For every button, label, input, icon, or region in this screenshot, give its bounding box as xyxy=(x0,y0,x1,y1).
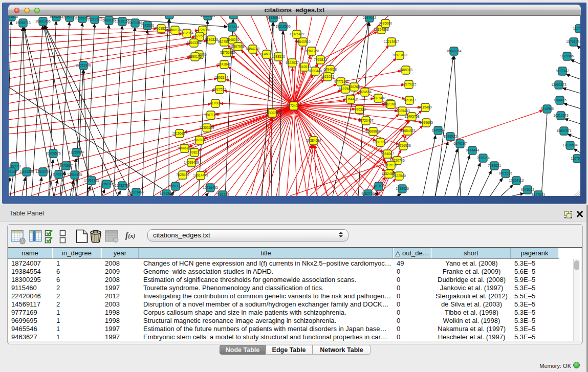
svg-text:1588520: 1588520 xyxy=(272,55,285,58)
svg-text:8912954: 8912954 xyxy=(180,31,193,35)
svg-text:7955812: 7955812 xyxy=(314,58,327,61)
svg-text:10654112: 10654112 xyxy=(509,179,524,182)
svg-text:1721616: 1721616 xyxy=(9,16,18,18)
svg-text:1145194: 1145194 xyxy=(52,172,66,176)
svg-text:9115460: 9115460 xyxy=(419,105,432,109)
svg-text:6322037: 6322037 xyxy=(286,61,299,64)
svg-text:1615132: 1615132 xyxy=(384,163,398,167)
svg-text:9463627: 9463627 xyxy=(403,98,416,102)
svg-text:9777169: 9777169 xyxy=(334,80,347,83)
svg-text:9474444: 9474444 xyxy=(466,148,479,152)
svg-text:1621022: 1621022 xyxy=(321,75,334,78)
svg-text:15751074: 15751074 xyxy=(566,40,580,43)
svg-text:6879197: 6879197 xyxy=(453,142,467,145)
svg-text:12213967: 12213967 xyxy=(384,40,399,43)
svg-text:5875685: 5875685 xyxy=(220,51,233,54)
svg-text:12905135: 12905135 xyxy=(67,173,82,177)
svg-text:746266: 746266 xyxy=(349,85,360,89)
svg-text:17359924: 17359924 xyxy=(69,150,84,154)
svg-text:1362615: 1362615 xyxy=(298,65,311,69)
svg-text:17957225: 17957225 xyxy=(84,179,99,182)
svg-text:19055713: 19055713 xyxy=(15,21,31,25)
svg-text:6466160: 6466160 xyxy=(102,18,116,22)
svg-text:8471626: 8471626 xyxy=(499,171,512,175)
svg-text:1117743: 1117743 xyxy=(573,27,580,30)
svg-text:8938923: 8938923 xyxy=(444,135,457,138)
svg-text:12942757: 12942757 xyxy=(35,170,51,173)
svg-text:1498222: 1498222 xyxy=(188,150,201,154)
svg-text:10756928: 10756928 xyxy=(396,144,411,147)
svg-text:6794028: 6794028 xyxy=(323,68,337,71)
svg-text:16210643: 16210643 xyxy=(553,114,569,117)
svg-text:8427552: 8427552 xyxy=(213,87,226,91)
svg-text:8454749: 8454749 xyxy=(246,47,259,51)
svg-text:16648764: 16648764 xyxy=(446,49,462,53)
svg-text:15692971: 15692971 xyxy=(556,129,572,133)
svg-text:10033809: 10033809 xyxy=(200,16,215,17)
svg-text:14099489: 14099489 xyxy=(184,161,199,164)
svg-text:8359061: 8359061 xyxy=(9,164,21,168)
svg-text:8127503: 8127503 xyxy=(532,193,545,196)
svg-text:939149: 939149 xyxy=(9,170,17,173)
svg-text:887834: 887834 xyxy=(194,138,205,142)
svg-text:16961758: 16961758 xyxy=(304,49,319,53)
svg-text:7632621: 7632621 xyxy=(488,164,501,167)
svg-text:17016504: 17016504 xyxy=(562,143,578,147)
svg-text:15654923: 15654923 xyxy=(400,129,416,133)
svg-text:9227342: 9227342 xyxy=(556,69,569,73)
svg-text:7357224: 7357224 xyxy=(226,25,239,29)
svg-text:9245652: 9245652 xyxy=(521,188,534,191)
svg-text:13353594: 13353594 xyxy=(199,126,214,129)
svg-text:18807249: 18807249 xyxy=(373,140,388,144)
svg-text:18640910: 18640910 xyxy=(295,40,311,43)
svg-text:3267110: 3267110 xyxy=(204,113,217,117)
svg-text:10973493: 10973493 xyxy=(392,53,407,57)
svg-text:19166827: 19166827 xyxy=(172,132,187,135)
svg-text:7751288: 7751288 xyxy=(216,193,229,196)
svg-text:10154808: 10154808 xyxy=(374,28,389,31)
svg-text:10688609: 10688609 xyxy=(365,129,381,133)
svg-text:2522540: 2522540 xyxy=(393,174,406,178)
svg-text:9657771: 9657771 xyxy=(169,184,182,188)
svg-text:7485063: 7485063 xyxy=(399,68,412,72)
svg-text:9699695: 9699695 xyxy=(420,121,433,124)
svg-text:9129966: 9129966 xyxy=(560,54,574,58)
svg-text:16543362: 16543362 xyxy=(186,41,202,45)
svg-text:7986322: 7986322 xyxy=(353,107,366,111)
svg-text:15495758: 15495758 xyxy=(404,115,420,118)
svg-text:12093873: 12093873 xyxy=(551,83,567,86)
svg-text:7485000: 7485000 xyxy=(379,21,392,25)
svg-text:3624554: 3624554 xyxy=(358,90,372,94)
svg-text:8215955: 8215955 xyxy=(540,107,554,111)
svg-text:2935114: 2935114 xyxy=(476,156,490,160)
svg-text:19218506: 19218506 xyxy=(275,25,291,28)
svg-text:19384554: 19384554 xyxy=(306,139,321,142)
svg-text:10807487: 10807487 xyxy=(371,96,386,100)
svg-text:7515526: 7515526 xyxy=(141,24,154,27)
svg-text:9327503: 9327503 xyxy=(193,34,206,38)
svg-text:1733426: 1733426 xyxy=(396,187,409,190)
svg-text:62160: 62160 xyxy=(386,102,396,106)
svg-text:9482716: 9482716 xyxy=(361,192,375,195)
svg-text:9060871: 9060871 xyxy=(163,16,176,16)
svg-text:2687642: 2687642 xyxy=(363,16,376,19)
svg-text:21364436: 21364436 xyxy=(343,97,358,101)
svg-text:18300295: 18300295 xyxy=(265,111,280,115)
svg-text:11325419: 11325419 xyxy=(290,32,304,36)
svg-text:11156829: 11156829 xyxy=(19,170,34,173)
svg-text:1546201: 1546201 xyxy=(226,38,239,41)
svg-text:10958107: 10958107 xyxy=(99,182,114,186)
svg-text:417006: 417006 xyxy=(210,101,221,105)
svg-text:8186328: 8186328 xyxy=(205,38,218,41)
svg-text:1167530: 1167530 xyxy=(571,157,580,160)
svg-text:9975867: 9975867 xyxy=(59,164,73,167)
svg-text:12975115: 12975115 xyxy=(402,82,417,86)
svg-text:7625402: 7625402 xyxy=(176,173,189,177)
svg-text:8990448: 8990448 xyxy=(309,69,322,73)
svg-text:13226058: 13226058 xyxy=(195,28,210,32)
svg-text:2803144: 2803144 xyxy=(215,76,228,79)
svg-text:29053346: 29053346 xyxy=(76,63,91,67)
svg-text:1413616: 1413616 xyxy=(372,184,385,188)
svg-text:14914479: 14914479 xyxy=(193,173,208,177)
svg-text:20206576: 20206576 xyxy=(46,151,61,155)
